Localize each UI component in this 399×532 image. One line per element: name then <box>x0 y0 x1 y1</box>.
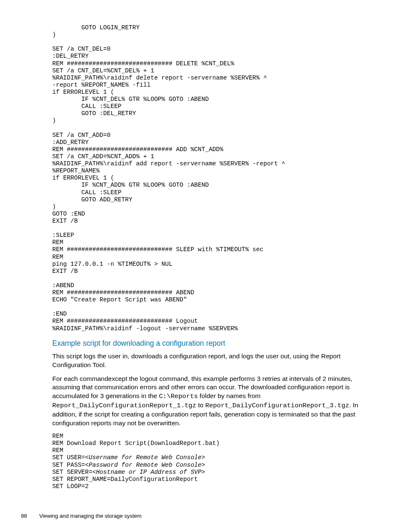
text: to <box>196 401 205 409</box>
code-block-1: GOTO LOGIN_RETRY ) SET /a CNT_DEL=0 :DEL… <box>52 24 378 332</box>
section-heading: Example script for downloading a configu… <box>52 339 378 348</box>
page-number: 98 <box>21 513 38 519</box>
page-content: GOTO LOGIN_RETRY ) SET /a CNT_DEL=0 :DEL… <box>0 0 399 509</box>
code-block-2: REM REM Download Report Script(DownloadR… <box>52 433 378 490</box>
inline-code: C:\Reports <box>159 393 198 400</box>
paragraph-1: This script logs the user in, downloads … <box>52 352 378 370</box>
page-footer: 98 Viewing and managing the storage syst… <box>0 509 399 519</box>
footer-title: Viewing and managing the storage system <box>39 513 142 519</box>
paragraph-2: For each commandexcept the logout comman… <box>52 375 378 428</box>
text: folder by names from <box>198 392 261 399</box>
inline-code: Report_DailyConfigurationReport_3.tgz <box>205 402 349 409</box>
inline-code: Report_DailyConfigurationReport_1.tgz <box>52 402 196 409</box>
